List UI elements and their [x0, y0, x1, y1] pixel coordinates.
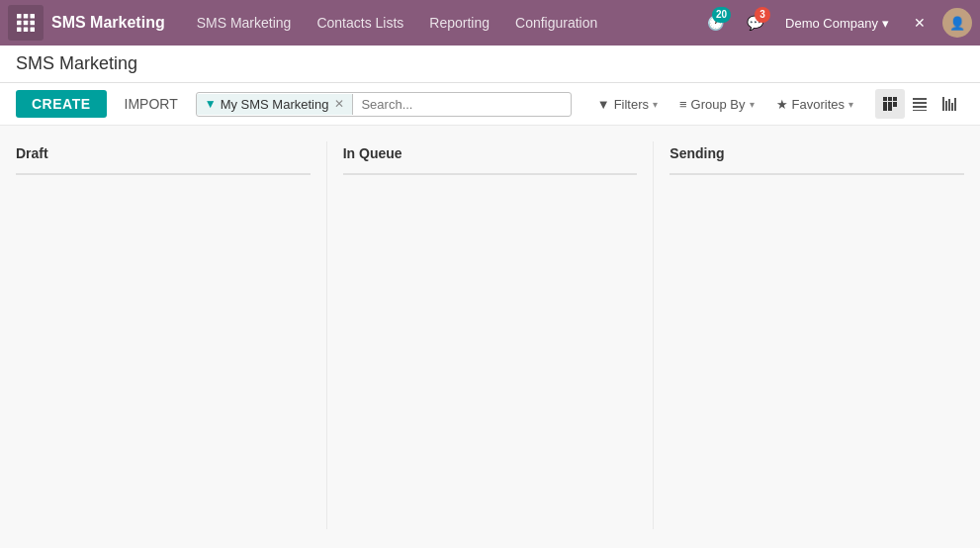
svg-rect-8: [31, 28, 36, 33]
svg-rect-7: [24, 28, 29, 33]
filters-button[interactable]: ▼ Filters ▾: [587, 93, 668, 116]
activity-icon-btn[interactable]: 🕐 20: [698, 6, 732, 40]
filter-tag-label: My SMS Marketing: [221, 97, 329, 112]
svg-rect-4: [24, 21, 29, 26]
activity-badge: 20: [712, 7, 731, 23]
svg-rect-21: [948, 99, 950, 111]
filter-tag-icon: ▼: [205, 97, 217, 111]
nav-configuration[interactable]: Configuration: [503, 9, 609, 37]
close-btn[interactable]: ✕: [903, 6, 936, 40]
svg-rect-10: [888, 97, 892, 101]
chevron-down-icon: ▾: [882, 16, 889, 31]
avatar[interactable]: 👤: [942, 8, 972, 38]
filter-icon: ▼: [597, 97, 610, 112]
kanban-column-draft: Draft: [16, 141, 311, 529]
svg-rect-14: [893, 102, 897, 107]
kanban-view-button[interactable]: [875, 89, 905, 119]
avatar-initials: 👤: [949, 16, 965, 31]
svg-rect-3: [17, 21, 22, 26]
kanban-area: Draft In Queue Sending: [0, 126, 980, 545]
kanban-column-sending: Sending: [669, 141, 964, 529]
action-bar: CREATE IMPORT ▼ My SMS Marketing ✕ ▼ Fil…: [0, 83, 980, 126]
column-header-sending: Sending: [669, 141, 964, 175]
favorites-button[interactable]: ★ Favorites ▾: [766, 93, 863, 116]
favorites-chevron: ▾: [848, 99, 853, 110]
search-input[interactable]: [353, 93, 570, 116]
svg-rect-9: [883, 97, 887, 101]
svg-rect-13: [888, 102, 892, 111]
column-header-in-queue: In Queue: [343, 141, 638, 175]
nav-contacts-lists[interactable]: Contacts Lists: [305, 9, 415, 37]
navbar: SMS Marketing SMS Marketing Contacts Lis…: [0, 0, 980, 46]
kanban-divider-2: [653, 141, 654, 529]
svg-rect-15: [913, 98, 927, 100]
svg-rect-2: [31, 14, 36, 19]
kanban-column-in-queue: In Queue: [343, 141, 638, 529]
svg-rect-20: [945, 101, 947, 111]
favorites-label: Favorites: [792, 97, 845, 112]
view-toggle: [875, 89, 964, 119]
company-name: Demo Company: [785, 16, 878, 31]
svg-rect-23: [954, 98, 956, 111]
secondary-bar: SMS Marketing: [0, 46, 980, 83]
kanban-divider-1: [326, 141, 327, 529]
list-view-button[interactable]: [905, 89, 935, 119]
create-button[interactable]: CREATE: [16, 90, 107, 118]
messaging-icon-btn[interactable]: 💬 3: [738, 6, 771, 40]
activity-view-button[interactable]: [935, 89, 964, 119]
svg-rect-6: [17, 28, 22, 33]
search-area: ▼ My SMS Marketing ✕: [196, 92, 572, 117]
message-badge: 3: [755, 7, 770, 23]
column-header-draft: Draft: [16, 141, 311, 175]
svg-rect-19: [942, 97, 944, 111]
navbar-right: 🕐 20 💬 3 Demo Company ▾ ✕ 👤: [698, 6, 972, 40]
svg-rect-0: [17, 14, 22, 19]
svg-rect-22: [951, 103, 953, 111]
svg-rect-12: [883, 102, 887, 111]
page-title: SMS Marketing: [16, 53, 137, 74]
import-button[interactable]: IMPORT: [115, 90, 188, 118]
svg-rect-16: [913, 102, 927, 104]
company-selector[interactable]: Demo Company ▾: [777, 12, 897, 35]
filters-label: Filters: [614, 97, 649, 112]
filters-chevron: ▾: [653, 99, 658, 110]
svg-rect-11: [893, 97, 897, 101]
search-filter-tag: ▼ My SMS Marketing ✕: [197, 94, 354, 115]
svg-rect-1: [24, 14, 29, 19]
main-nav: SMS Marketing Contacts Lists Reporting C…: [185, 9, 698, 37]
svg-rect-17: [913, 106, 927, 108]
nav-sms-marketing[interactable]: SMS Marketing: [185, 9, 304, 37]
group-by-icon: ≡: [679, 97, 687, 112]
nav-reporting[interactable]: Reporting: [417, 9, 501, 37]
group-by-button[interactable]: ≡ Group By ▾: [669, 93, 764, 116]
close-icon: ✕: [914, 15, 926, 31]
group-by-chevron: ▾: [750, 99, 755, 110]
app-title: SMS Marketing: [51, 14, 165, 32]
svg-rect-18: [913, 110, 927, 111]
filter-tag-close[interactable]: ✕: [334, 97, 344, 111]
filter-controls: ▼ Filters ▾ ≡ Group By ▾ ★ Favorites ▾: [587, 93, 863, 116]
grid-menu-icon[interactable]: [8, 5, 44, 41]
svg-rect-5: [31, 21, 36, 26]
star-icon: ★: [776, 97, 788, 112]
group-by-label: Group By: [691, 97, 746, 112]
